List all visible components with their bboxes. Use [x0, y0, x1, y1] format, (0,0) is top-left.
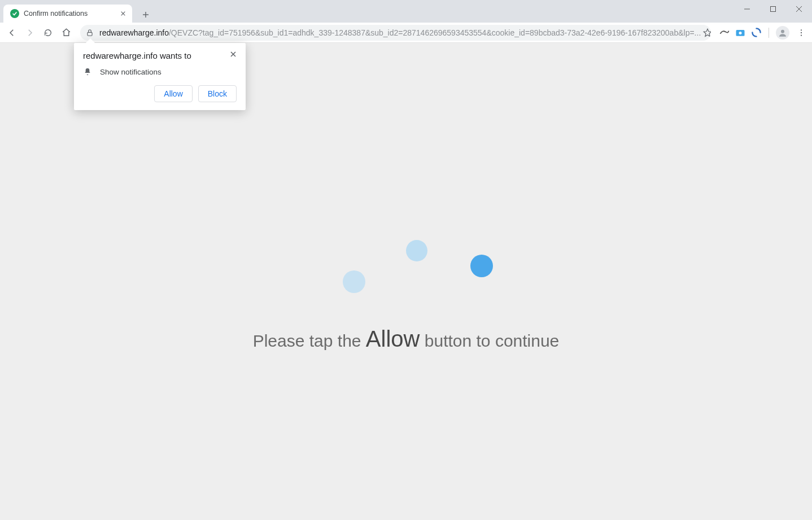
notification-permission-dialog: redwarewharge.info wants to Show notific…: [74, 43, 246, 110]
caption-post: button to continue: [420, 331, 559, 349]
dialog-actions: Allow Block: [83, 85, 237, 102]
svg-rect-1: [771, 7, 776, 12]
svg-point-11: [781, 29, 784, 33]
svg-point-14: [801, 34, 802, 36]
tab-title: Confirm notifications: [24, 10, 119, 18]
reload-button[interactable]: [40, 24, 56, 41]
dialog-close-button[interactable]: [228, 49, 239, 60]
chrome-menu-button[interactable]: [794, 24, 809, 41]
page-content: Please tap the Allow button to continue: [0, 43, 812, 520]
caption-strong: Allow: [366, 326, 420, 351]
forward-button[interactable]: [21, 24, 38, 41]
spinner-dot-icon: [406, 240, 427, 261]
url-path: /QEVZC?tag_id=751956&sub_id1=adhdk_339-1…: [169, 28, 701, 37]
bookmark-star-button[interactable]: [701, 26, 711, 40]
allow-button[interactable]: Allow: [154, 85, 192, 102]
home-button[interactable]: [58, 24, 75, 41]
svg-point-12: [801, 29, 802, 30]
svg-rect-8: [88, 32, 92, 36]
svg-point-13: [801, 32, 802, 33]
profile-avatar-button[interactable]: [776, 26, 789, 40]
block-button[interactable]: Block: [198, 85, 237, 102]
dialog-permission-row: Show notifications: [83, 67, 237, 76]
toolbar-divider: [769, 28, 769, 38]
window-controls: [734, 0, 812, 23]
spinner-dot-icon: [470, 255, 493, 277]
browser-toolbar: redwarewharge.info/QEVZC?tag_id=751956&s…: [0, 23, 812, 43]
lock-icon: [86, 29, 94, 37]
tab-strip: Confirm notifications: [3, 5, 154, 23]
address-bar[interactable]: redwarewharge.info/QEVZC?tag_id=751956&s…: [80, 25, 711, 41]
extension-icon-3[interactable]: [750, 27, 762, 38]
new-tab-button[interactable]: [138, 7, 154, 23]
page-caption: Please tap the Allow button to continue: [253, 326, 560, 351]
back-button[interactable]: [3, 24, 20, 41]
dialog-title: redwarewharge.info wants to: [83, 51, 237, 60]
bell-icon: [83, 67, 92, 76]
extension-icon-2[interactable]: [735, 27, 746, 38]
caption-pre: Please tap the: [253, 331, 366, 349]
tab-close-button[interactable]: [119, 9, 128, 18]
window-close-button[interactable]: [786, 0, 812, 18]
dialog-permission-label: Show notifications: [100, 68, 161, 76]
window-maximize-button[interactable]: [760, 0, 786, 18]
browser-tab[interactable]: Confirm notifications: [3, 5, 132, 23]
extension-icon-1[interactable]: [719, 27, 730, 38]
extension-row: [719, 24, 809, 41]
svg-point-10: [739, 31, 742, 34]
spinner-dot-icon: [343, 270, 365, 293]
tab-favicon-check-icon: [10, 9, 19, 18]
url-domain: redwarewharge.info: [99, 28, 169, 37]
window-minimize-button[interactable]: [734, 0, 760, 18]
